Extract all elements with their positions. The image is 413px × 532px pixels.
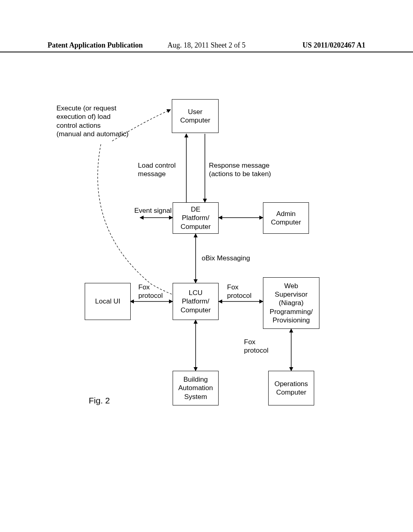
fox2-label: Fox protocol [227, 283, 251, 300]
user-computer-box: User Computer [172, 99, 219, 133]
web-supervisor-box: Web Supervisor (Niagra) Programming/ Pro… [263, 277, 319, 329]
page-header: Patent Application Publication Aug. 18, … [0, 41, 413, 50]
building-automation-box: Building Automation System [173, 371, 219, 405]
obix-label: oBix Messaging [202, 254, 250, 262]
operations-computer-box: Operations Computer [268, 371, 314, 405]
local-ui-box: Local UI [85, 283, 131, 320]
fox1-label: Fox protocol [138, 283, 163, 300]
admin-computer-box: Admin Computer [263, 202, 309, 234]
header-left: Patent Application Publication [48, 41, 154, 50]
lcu-platform-box: LCU Platform/ Computer [173, 283, 219, 320]
execute-label: Execute (or request execution of) load c… [56, 104, 129, 138]
fox3-label: Fox protocol [244, 338, 268, 355]
figure-2-diagram: Execute (or request execution of) load c… [44, 97, 363, 443]
header-center: Aug. 18, 2011 Sheet 2 of 5 [154, 41, 260, 50]
response-label: Response message (actions to be taken) [209, 161, 271, 179]
header-rule [0, 52, 413, 52]
load-control-label: Load control message [138, 161, 176, 179]
event-signal-label: Event signal [134, 206, 172, 215]
header-right: US 2011/0202467 A1 [259, 41, 365, 50]
de-platform-box: DE Platform/ Computer [173, 202, 219, 234]
figure-label: Fig. 2 [89, 396, 110, 405]
